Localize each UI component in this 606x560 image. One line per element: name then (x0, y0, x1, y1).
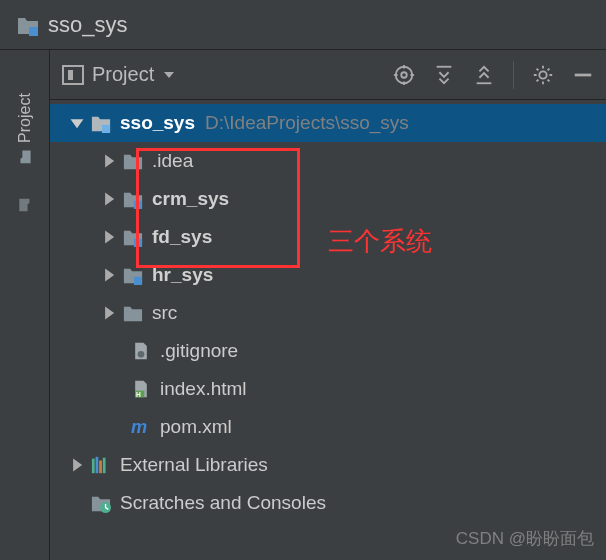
file-icon (130, 341, 152, 361)
chevron-right-icon (100, 266, 118, 284)
svg-point-9 (539, 71, 546, 78)
project-view-label: Project (92, 63, 154, 86)
scratches-icon (90, 493, 112, 513)
tree-node-pom-xml[interactable]: m pom.xml (50, 408, 606, 446)
project-tree: sso_sys D:\IdeaProjects\sso_sys .idea cr… (50, 100, 606, 560)
tree-node-label: External Libraries (120, 454, 268, 476)
tree-node-index-html[interactable]: H index.html (50, 370, 606, 408)
tree-node-label: .gitignore (160, 340, 238, 362)
svg-text:H: H (136, 391, 141, 398)
project-panel: Project sso_sys D:\IdeaProjects\sso_sys (50, 50, 606, 560)
svg-rect-22 (103, 458, 106, 473)
chevron-right-icon (100, 304, 118, 322)
svg-point-1 (396, 66, 413, 83)
left-sidebar: Project (0, 50, 50, 560)
maven-file-icon: m (130, 417, 152, 437)
module-folder-icon (122, 265, 144, 285)
svg-text:m: m (131, 417, 147, 437)
breadcrumb-bar: sso_sys (0, 0, 606, 50)
csdn-watermark: CSDN @盼盼面包 (456, 527, 594, 550)
tree-node-label: hr_sys (152, 264, 213, 286)
gear-icon[interactable] (532, 64, 554, 86)
tree-node-label: Scratches and Consoles (120, 492, 326, 514)
tree-node-label: index.html (160, 378, 247, 400)
main-area: Project Project (0, 50, 606, 560)
sidebar-tab-label: Project (16, 93, 34, 143)
tree-node-gitignore[interactable]: .gitignore (50, 332, 606, 370)
tree-node-hr-sys[interactable]: hr_sys (50, 256, 606, 294)
chevron-down-icon (162, 68, 176, 82)
tree-node-label: pom.xml (160, 416, 232, 438)
tree-node-src[interactable]: src (50, 294, 606, 332)
project-view-icon (62, 65, 84, 85)
svg-rect-13 (134, 239, 142, 247)
tree-node-label: .idea (152, 150, 193, 172)
chevron-right-icon (100, 190, 118, 208)
annotation-text: 三个系统 (328, 224, 432, 259)
folder-icon (18, 197, 32, 213)
tree-node-path: D:\IdeaProjects\sso_sys (205, 112, 409, 134)
breadcrumb-title[interactable]: sso_sys (48, 12, 127, 38)
select-opened-file-icon[interactable] (393, 64, 415, 86)
folder-icon (122, 303, 144, 323)
svg-rect-0 (29, 27, 38, 36)
tree-node-label: fd_sys (152, 226, 212, 248)
svg-point-15 (138, 351, 145, 358)
project-toolbar: Project (50, 50, 606, 100)
toolbar-right (393, 61, 594, 89)
svg-rect-21 (99, 460, 102, 473)
module-folder-icon (90, 113, 112, 133)
svg-rect-14 (134, 277, 142, 285)
svg-rect-19 (92, 459, 95, 474)
tree-node-scratches[interactable]: Scratches and Consoles (50, 484, 606, 522)
svg-rect-12 (134, 201, 142, 209)
hide-icon[interactable] (572, 64, 594, 86)
module-folder-icon (122, 189, 144, 209)
tree-node-label: src (152, 302, 177, 324)
svg-rect-11 (102, 125, 110, 133)
folder-icon (122, 151, 144, 171)
chevron-right-icon (68, 456, 86, 474)
project-view-selector[interactable]: Project (62, 63, 176, 86)
module-folder-icon (16, 14, 40, 36)
toolbar-divider (513, 61, 514, 89)
chevron-down-icon (68, 114, 86, 132)
html-file-icon: H (130, 379, 152, 399)
libraries-icon (90, 455, 112, 475)
collapse-all-icon[interactable] (473, 64, 495, 86)
svg-rect-20 (96, 457, 99, 473)
tree-node-external-libraries[interactable]: External Libraries (50, 446, 606, 484)
sidebar-tab-project[interactable]: Project (16, 93, 34, 165)
tree-node-label: sso_sys (120, 112, 195, 134)
expand-all-icon[interactable] (433, 64, 455, 86)
module-folder-icon (122, 227, 144, 247)
toolbar-left: Project (62, 63, 176, 86)
tree-node-idea[interactable]: .idea (50, 142, 606, 180)
svg-point-2 (401, 72, 407, 78)
tree-node-label: crm_sys (152, 188, 229, 210)
chevron-right-icon (100, 152, 118, 170)
tree-node-crm-sys[interactable]: crm_sys (50, 180, 606, 218)
chevron-right-icon (100, 228, 118, 246)
tree-node-root[interactable]: sso_sys D:\IdeaProjects\sso_sys (50, 104, 606, 142)
